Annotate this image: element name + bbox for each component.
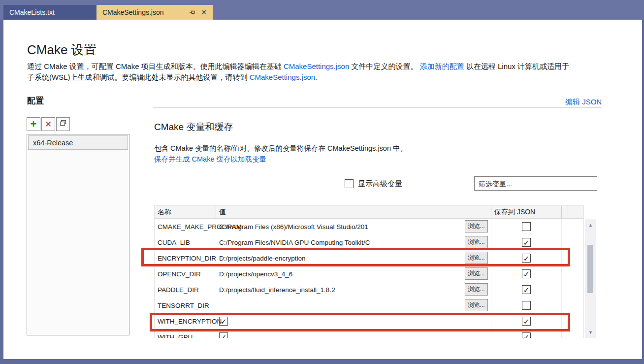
plus-icon: +	[31, 119, 37, 130]
add-configuration-button[interactable]: +	[27, 117, 40, 131]
scrollbar-thumb[interactable]	[587, 245, 593, 293]
variable-value-cell[interactable]: D:/projects/paddle-encryption浏览...	[216, 250, 491, 266]
variable-value-cell[interactable]: C:/Program Files/NVIDIA GPU Computing To…	[216, 234, 491, 250]
page-title: CMake 设置	[27, 41, 97, 59]
table-row[interactable]: ENCRYPTION_DIRD:/projects/paddle-encrypt…	[155, 250, 583, 266]
configurations-list: x64-Release	[27, 134, 129, 335]
variable-value: D:/projects/opencv3_4_6	[219, 270, 292, 278]
table-row[interactable]: CUDA_LIBC:/Program Files/NVIDIA GPU Comp…	[155, 234, 583, 250]
duplicate-icon	[59, 119, 67, 129]
variable-value-cell[interactable]: 浏览...	[216, 298, 491, 313]
intro-line-2: 子系统(WSL)上生成和调试。要编辑此处未显示的其他设置，请转到 CMakeSe…	[27, 72, 641, 83]
save-to-json-checkbox[interactable]	[522, 332, 531, 338]
variables-table-header: 名称 值 保存到 JSON	[155, 206, 583, 219]
save-to-json-checkbox[interactable]	[522, 254, 531, 263]
empty-cell	[562, 298, 583, 313]
empty-cell	[562, 250, 583, 266]
variable-value: D:/projects/fluid_inference_install_1.8.…	[219, 286, 335, 294]
column-header-name[interactable]: 名称	[155, 206, 216, 218]
window-bottom-border	[0, 359, 644, 364]
save-to-json-cell	[491, 282, 562, 298]
configurations-heading: 配置	[27, 95, 44, 106]
editor-tab-bar: CMakeLists.txt CMakeSettings.json ✕	[3, 5, 213, 20]
variable-name: CMAKE_MAKE_PROGRAM	[155, 219, 216, 234]
value-checkbox[interactable]	[219, 332, 228, 338]
save-to-json-cell	[491, 219, 562, 234]
filter-variables-input[interactable]	[474, 176, 597, 191]
cmake-settings-editor: CMakeLists.txt CMakeSettings.json ✕ CMak…	[0, 0, 644, 364]
save-to-json-cell	[491, 329, 562, 338]
intro-line-1: 通过 CMake 设置，可配置 CMake 项目生成和版本。使用此编辑器编辑在基…	[27, 61, 641, 72]
cmakesettings-json-link[interactable]: CMakeSettings.json	[284, 62, 349, 70]
save-to-json-checkbox[interactable]	[522, 269, 531, 278]
edit-json-link[interactable]: 编辑 JSON	[565, 98, 602, 107]
browse-button[interactable]: 浏览...	[465, 220, 488, 232]
table-row[interactable]: CMAKE_MAKE_PROGRAMC:/Program Files (x86)…	[155, 219, 583, 234]
tab-label: CMakeSettings.json	[102, 8, 164, 16]
intro-text-segment: 通过 CMake 设置，可配置 CMake 项目生成和版本。使用此编辑器编辑在基…	[27, 62, 284, 70]
empty-cell	[562, 313, 583, 329]
scroll-down-icon[interactable]: ▼	[585, 328, 596, 337]
configuration-item-x64-release[interactable]: x64-Release	[28, 135, 128, 150]
tab-cmakesettings[interactable]: CMakeSettings.json ✕	[97, 5, 213, 20]
save-to-json-cell	[491, 298, 562, 313]
save-to-json-checkbox[interactable]	[522, 317, 531, 326]
save-to-json-cell	[491, 234, 562, 250]
save-to-json-checkbox[interactable]	[522, 238, 531, 247]
empty-cell	[562, 329, 583, 338]
column-header-save-to-json[interactable]: 保存到 JSON	[491, 206, 562, 218]
configurations-toolbar: + ✕	[27, 117, 70, 131]
variable-value-cell[interactable]	[216, 313, 491, 329]
table-row[interactable]: TENSORRT_DIR浏览...	[155, 298, 583, 313]
variable-value-cell[interactable]: D:/projects/opencv3_4_6浏览...	[216, 266, 491, 282]
variables-heading: CMake 变量和缓存	[154, 121, 233, 133]
window-right-border	[642, 20, 644, 364]
variable-name: WITH_ENCRYPTION	[155, 313, 216, 329]
variables-table-body: CMAKE_MAKE_PROGRAMC:/Program Files (x86)…	[155, 219, 583, 338]
table-row[interactable]: WITH_GPU	[155, 329, 583, 338]
variable-value-cell[interactable]: D:/projects/fluid_inference_install_1.8.…	[216, 282, 491, 298]
add-configuration-link[interactable]: 添加新的配置	[420, 62, 464, 70]
duplicate-configuration-button[interactable]	[56, 117, 70, 131]
variable-value-cell[interactable]: C:/Program Files (x86)/Microsoft Visual …	[216, 219, 491, 234]
tab-label: CMakeLists.txt	[9, 8, 55, 16]
show-advanced-label: 显示高级变量	[358, 179, 402, 189]
scroll-up-icon[interactable]: ▲	[585, 221, 596, 230]
save-to-json-cell	[491, 266, 562, 282]
browse-button[interactable]: 浏览...	[465, 236, 488, 248]
variable-value-cell[interactable]	[216, 329, 491, 338]
remove-configuration-button[interactable]: ✕	[41, 117, 55, 131]
save-to-json-checkbox[interactable]	[522, 285, 531, 294]
close-icon[interactable]: ✕	[201, 9, 207, 16]
browse-button[interactable]: 浏览...	[465, 283, 488, 296]
column-header-value[interactable]: 值	[216, 206, 491, 218]
pin-icon[interactable]	[189, 9, 196, 16]
section-divider	[153, 107, 602, 108]
variables-description: 包含 CMake 变量的名称/值对。修改后的变量将保存在 CMakeSettin…	[154, 144, 407, 153]
save-to-json-checkbox[interactable]	[522, 222, 531, 231]
intro-text-segment: 文件中定义的设置。	[349, 62, 419, 70]
save-and-generate-link[interactable]: 保存并生成 CMake 缓存以加载变量	[154, 155, 266, 164]
empty-cell	[562, 266, 583, 282]
save-to-json-checkbox[interactable]	[522, 301, 531, 310]
intro-text-segment: 以在远程 Linux 计算机或适用于	[464, 62, 569, 70]
empty-cell	[562, 282, 583, 298]
variable-name: CUDA_LIB	[155, 234, 216, 250]
empty-cell	[562, 219, 583, 234]
variables-table: 名称 值 保存到 JSON CMAKE_MAKE_PROGRAMC:/Progr…	[154, 205, 584, 338]
column-header-extra	[562, 206, 583, 218]
variable-name: ENCRYPTION_DIR	[155, 250, 216, 266]
delete-icon: ✕	[45, 120, 52, 129]
table-row[interactable]: PADDLE_DIRD:/projects/fluid_inference_in…	[155, 282, 583, 298]
empty-cell	[562, 234, 583, 250]
table-row[interactable]: WITH_ENCRYPTION	[155, 313, 583, 329]
window-left-border	[0, 20, 3, 364]
tab-cmakelists[interactable]: CMakeLists.txt	[3, 5, 97, 20]
show-advanced-checkbox[interactable]	[345, 179, 354, 188]
table-scrollbar[interactable]: ▲ ▼	[585, 219, 596, 338]
browse-button[interactable]: 浏览...	[465, 267, 488, 280]
table-row[interactable]: OPENCV_DIRD:/projects/opencv3_4_6浏览...	[155, 266, 583, 282]
cmakesettings-json-link[interactable]: CMakeSettings.json	[250, 73, 315, 81]
browse-button[interactable]: 浏览...	[465, 299, 488, 311]
browse-button[interactable]: 浏览...	[465, 252, 488, 264]
